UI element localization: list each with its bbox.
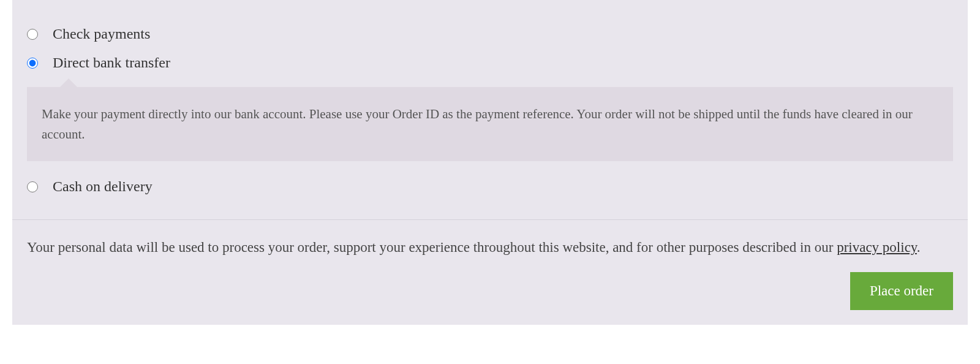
checkout-footer: Your personal data will be used to proce…	[12, 220, 968, 325]
payment-option-check[interactable]: Check payments	[27, 20, 953, 48]
payment-methods-list: Check payments Direct bank transfer Make…	[12, 0, 968, 216]
payment-option-bank[interactable]: Direct bank transfer	[27, 48, 953, 77]
payment-radio-check[interactable]	[27, 29, 38, 40]
action-row: Place order	[27, 272, 953, 310]
payment-radio-cod[interactable]	[27, 181, 38, 192]
payment-label-cod[interactable]: Cash on delivery	[53, 178, 153, 195]
payment-description-bank: Make your payment directly into our bank…	[27, 87, 953, 161]
radio-wrap	[27, 181, 53, 192]
privacy-text-before: Your personal data will be used to proce…	[27, 240, 837, 255]
radio-wrap	[27, 29, 53, 40]
payment-option-cod[interactable]: Cash on delivery	[27, 172, 953, 201]
checkout-payment-panel: Check payments Direct bank transfer Make…	[12, 0, 968, 325]
payment-label-bank[interactable]: Direct bank transfer	[53, 55, 170, 71]
privacy-text-after: .	[917, 240, 921, 255]
place-order-button[interactable]: Place order	[850, 272, 953, 310]
privacy-notice: Your personal data will be used to proce…	[27, 237, 953, 257]
payment-radio-bank[interactable]	[27, 58, 38, 69]
privacy-policy-link[interactable]: privacy policy	[837, 240, 917, 255]
radio-wrap	[27, 58, 53, 69]
payment-label-check[interactable]: Check payments	[53, 26, 150, 42]
